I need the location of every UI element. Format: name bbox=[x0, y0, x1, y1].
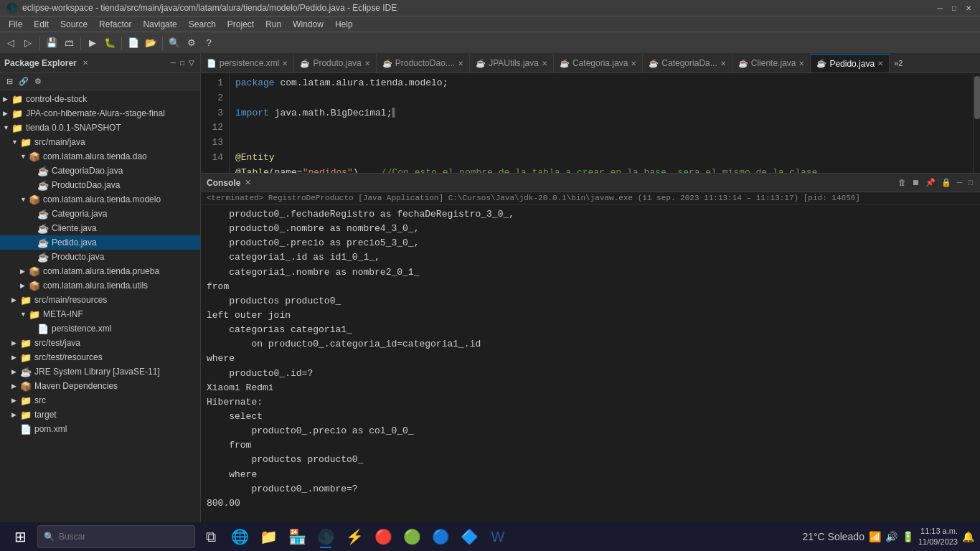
taskbar-app6[interactable]: 🔷 bbox=[456, 524, 482, 550]
toolbar-help[interactable]: ? bbox=[201, 35, 217, 51]
taskbar-store[interactable]: 🏪 bbox=[284, 524, 310, 550]
tree-item[interactable]: ☕Cliente.java bbox=[0, 221, 200, 235]
pe-link-btn[interactable]: 🔗 bbox=[17, 75, 30, 88]
tree-item[interactable]: ▶☕JRE System Library [JavaSE-11] bbox=[0, 364, 200, 379]
tree-item[interactable]: ▶📦Maven Dependencies bbox=[0, 379, 200, 393]
editor-tab-jpautilsjava[interactable]: ☕JPAUtils.java✕ bbox=[470, 54, 554, 72]
console-scroll-lock[interactable]: 🔒 bbox=[940, 176, 953, 189]
menu-item-refactor[interactable]: Refactor bbox=[93, 18, 137, 31]
taskbar-eclipse[interactable]: 🌑 bbox=[313, 524, 339, 550]
editor-tab-categoriada[interactable]: ☕CategoriaDa...✕ bbox=[643, 54, 732, 72]
tab-close-icon[interactable]: ✕ bbox=[282, 60, 288, 67]
tray-battery[interactable]: 🔋 bbox=[902, 531, 914, 542]
console-output[interactable]: producto0_.fechadeRegistro as fechaDeReg… bbox=[201, 204, 980, 522]
taskbar-word[interactable]: W bbox=[485, 524, 511, 550]
console-stop-btn[interactable]: ⏹ bbox=[910, 176, 921, 189]
editor-tab-clientejava[interactable]: ☕Cliente.java✕ bbox=[732, 54, 811, 72]
tray-wifi[interactable]: 📶 bbox=[869, 531, 881, 542]
console-minimize[interactable]: ─ bbox=[956, 176, 964, 189]
tab-close-icon[interactable]: ✕ bbox=[631, 60, 636, 67]
menu-item-source[interactable]: Source bbox=[55, 18, 93, 31]
tree-item[interactable]: ☕Categoria.java bbox=[0, 207, 200, 221]
tree-item[interactable]: ▼📦com.latam.alura.tienda.dao bbox=[0, 149, 200, 164]
tree-item[interactable]: 📄persistence.xml bbox=[0, 321, 200, 336]
tree-item[interactable]: ☕ProductoDao.java bbox=[0, 178, 200, 192]
tree-item[interactable]: ☕CategoriaDao.java bbox=[0, 164, 200, 178]
toolbar-debug[interactable]: 🐛 bbox=[102, 35, 118, 51]
pe-menu-btn[interactable]: ▽ bbox=[187, 57, 196, 68]
taskbar-app4[interactable]: 🟢 bbox=[399, 524, 425, 550]
menu-item-project[interactable]: Project bbox=[222, 18, 260, 31]
menu-item-edit[interactable]: Edit bbox=[28, 18, 55, 31]
toolbar-run[interactable]: ▶ bbox=[85, 35, 100, 51]
tree-item[interactable]: ☕Pedido.java bbox=[0, 235, 200, 250]
search-input[interactable] bbox=[59, 532, 181, 542]
taskbar-files[interactable]: 📁 bbox=[255, 524, 281, 550]
pe-close-icon[interactable]: ✕ bbox=[83, 59, 88, 67]
tree-item[interactable]: ▶📁src/test/resources bbox=[0, 350, 200, 364]
search-box[interactable]: 🔍 bbox=[37, 525, 195, 548]
menu-item-file[interactable]: File bbox=[3, 18, 28, 31]
pe-minimize-btn[interactable]: ─ bbox=[169, 57, 177, 68]
editor-tab-categoriajava[interactable]: ☕Categoria.java✕ bbox=[554, 54, 643, 72]
clock[interactable]: 11:13 a.m. 11/09/2023 bbox=[918, 526, 958, 548]
taskbar-app3[interactable]: 🔴 bbox=[370, 524, 396, 550]
toolbar-open[interactable]: 📂 bbox=[143, 35, 159, 51]
console-close-icon[interactable]: ✕ bbox=[245, 178, 251, 187]
editor-scrollbar[interactable] bbox=[973, 73, 980, 173]
taskbar-app5[interactable]: 🔵 bbox=[428, 524, 453, 550]
tray-notifications[interactable]: 🔔 bbox=[962, 531, 974, 542]
start-button[interactable]: ⊞ bbox=[6, 522, 34, 551]
maximize-button[interactable]: □ bbox=[948, 2, 960, 14]
tree-item[interactable]: ☕Producto.java bbox=[0, 250, 200, 264]
tree-item[interactable]: ▼📁src/main/java bbox=[0, 135, 200, 149]
tree-item[interactable]: ▶📦com.latam.alura.tienda.prueba bbox=[0, 264, 200, 278]
tray-volume[interactable]: 🔊 bbox=[885, 531, 897, 542]
tree-item[interactable]: ▶📁control-de-stock bbox=[0, 92, 200, 106]
tab-close-icon[interactable]: ✕ bbox=[542, 60, 547, 67]
console-pin-btn[interactable]: 📌 bbox=[924, 176, 937, 189]
tab-close-icon[interactable]: ✕ bbox=[877, 60, 883, 67]
menu-item-search[interactable]: Search bbox=[183, 18, 222, 31]
toolbar-forward[interactable]: ▷ bbox=[20, 35, 36, 51]
editor-tab-productodao[interactable]: ☕ProductoDao....✕ bbox=[377, 54, 470, 72]
console-maximize[interactable]: □ bbox=[966, 176, 974, 189]
toolbar-save[interactable]: 💾 bbox=[44, 35, 60, 51]
toolbar-save-all[interactable]: 🗃 bbox=[61, 35, 77, 51]
tab-close-icon[interactable]: ✕ bbox=[720, 60, 726, 67]
tree-item[interactable]: ▶📁target bbox=[0, 408, 200, 422]
tree-item[interactable]: ▶📁src/test/java bbox=[0, 336, 200, 350]
editor-tab-produtojava[interactable]: ☕Produto.java✕ bbox=[294, 54, 376, 72]
minimize-button[interactable]: ─ bbox=[934, 2, 946, 14]
menu-item-run[interactable]: Run bbox=[260, 18, 287, 31]
toolbar-refactor[interactable]: ⚙ bbox=[184, 35, 199, 51]
pe-settings-btn[interactable]: ⚙ bbox=[32, 75, 44, 88]
taskbar-taskview[interactable]: ⧉ bbox=[198, 524, 224, 550]
tree-item[interactable]: ▶📁src/main/resources bbox=[0, 293, 200, 307]
menu-item-navigate[interactable]: Navigate bbox=[137, 18, 182, 31]
tab-close-icon[interactable]: ✕ bbox=[458, 60, 463, 67]
toolbar-new[interactable]: 📄 bbox=[126, 35, 141, 51]
tree-item[interactable]: ▼📁tienda 0.0.1-SNAPSHOT bbox=[0, 121, 200, 135]
tree-item[interactable]: ▶📦com.latam.alura.tienda.utils bbox=[0, 278, 200, 293]
toolbar-search[interactable]: 🔍 bbox=[166, 35, 182, 51]
taskbar-app2[interactable]: ⚡ bbox=[341, 524, 367, 550]
tab-close-icon[interactable]: ✕ bbox=[798, 60, 804, 67]
menu-item-window[interactable]: Window bbox=[287, 18, 329, 31]
tree-item[interactable]: 📄pom.xml bbox=[0, 422, 200, 436]
menu-item-help[interactable]: Help bbox=[329, 18, 359, 31]
toolbar-back[interactable]: ◁ bbox=[3, 35, 19, 51]
tree-item[interactable]: ▶📁src bbox=[0, 393, 200, 408]
tree-item[interactable]: ▼📦com.latam.alura.tienda.modelo bbox=[0, 192, 200, 207]
editor-tab-persistencexml[interactable]: 📄persistence.xml✕ bbox=[201, 54, 294, 72]
tab-overflow[interactable]: »2 bbox=[890, 59, 907, 67]
pe-maximize-btn[interactable]: □ bbox=[179, 57, 186, 68]
pe-collapse-btn[interactable]: ⊟ bbox=[3, 75, 16, 88]
tree-item[interactable]: ▶📁JPA-con-hibernate-Alura--stage-final bbox=[0, 106, 200, 121]
tab-close-icon[interactable]: ✕ bbox=[364, 60, 370, 67]
taskbar-edge[interactable]: 🌐 bbox=[227, 524, 253, 550]
tree-item[interactable]: ▼📁META-INF bbox=[0, 307, 200, 321]
close-button[interactable]: ✕ bbox=[963, 2, 974, 14]
code-content[interactable]: package com.latam.alura.tienda.modelo; i… bbox=[230, 73, 973, 173]
editor-tab-pedidojava[interactable]: ☕Pedido.java✕ bbox=[811, 54, 890, 72]
